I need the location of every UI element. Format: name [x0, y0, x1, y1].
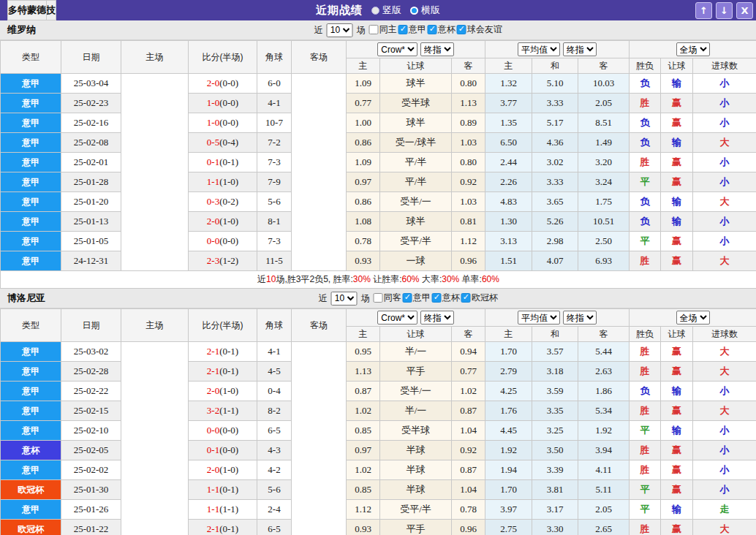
- odds-company-select[interactable]: Crow*: [377, 311, 417, 325]
- odds-stage-select[interactable]: 终指: [420, 42, 454, 56]
- avg-home: 3.97: [485, 500, 532, 520]
- radio-vertical-label: 竖版: [382, 4, 401, 17]
- halftime-score: (0-0): [219, 77, 238, 88]
- filter-controls: 近 10 场 同主意甲意杯球会友谊: [314, 20, 502, 39]
- table-row: 意甲25-02-08维罗纳0-5(0-4)7-2亚特兰大0.86受一/球半1.0…: [1, 133, 756, 153]
- title-group: 近期战绩 竖版 横版: [316, 4, 440, 18]
- filter-checkbox[interactable]: 同主: [369, 23, 397, 36]
- checkbox-icon: [461, 293, 471, 303]
- layout-radio-vertical[interactable]: 竖版: [371, 4, 401, 17]
- avg-source-select[interactable]: 平均值: [518, 42, 560, 56]
- result-handicap: 赢: [661, 94, 693, 113]
- filter-checkbox[interactable]: 意杯: [428, 23, 456, 36]
- halftime-score: (0-4): [219, 137, 238, 148]
- avg-draw: 4.36: [532, 133, 578, 153]
- filter-checkbox[interactable]: 欧冠杯: [461, 292, 498, 304]
- summary-text: 60%: [482, 274, 499, 284]
- filter-checkbox[interactable]: 球会友谊: [457, 23, 502, 36]
- match-count-select[interactable]: 10: [327, 23, 353, 37]
- fulltime-score: 1-1: [207, 504, 219, 515]
- result-goals: 大: [693, 342, 756, 362]
- titlebar: 近期战绩 竖版 横版 ↑ ↓ X: [0, 0, 756, 20]
- result-handicap: 赢: [661, 520, 693, 535]
- avg-source-select[interactable]: 平均值: [518, 311, 560, 325]
- away-team: 多特蒙德: [7, 0, 47, 20]
- filter-checkbox[interactable]: 意甲: [398, 23, 426, 36]
- scope-select[interactable]: 全场: [676, 42, 710, 56]
- league-type-badge: 意杯: [1, 441, 61, 460]
- odds-handicap: 半球: [380, 441, 452, 460]
- sub-header-away-odds: 客: [452, 58, 485, 74]
- filter-checkbox[interactable]: 意杯: [432, 292, 460, 304]
- summary-text: 10: [266, 274, 276, 284]
- move-up-button[interactable]: ↑: [695, 2, 712, 19]
- corner-count: 10-7: [257, 113, 292, 133]
- result-goals: 小: [693, 480, 756, 500]
- match-count-select[interactable]: 10: [331, 292, 358, 306]
- fulltime-score: 2-0: [207, 464, 219, 475]
- move-down-button[interactable]: ↓: [716, 2, 733, 19]
- odds-stage-select[interactable]: 终指: [420, 311, 454, 325]
- filter-checkbox[interactable]: 意甲: [403, 292, 431, 304]
- score-cell: 2-1(0-1): [189, 362, 257, 382]
- match-date: 24-12-31: [61, 251, 121, 271]
- result-outcome: 平: [630, 421, 661, 441]
- layout-radio-horizontal[interactable]: 横版: [410, 4, 440, 17]
- odds-away: 0.81: [452, 212, 485, 232]
- col-header-score: 比分(半场): [189, 309, 257, 342]
- halftime-score: (1-0): [219, 216, 238, 227]
- filter-checkbox-group: 同主意甲意杯球会友谊: [368, 23, 502, 37]
- odds-home: 1.09: [347, 153, 380, 172]
- avg-away: 2.50: [578, 232, 630, 251]
- odds-home: 0.78: [347, 232, 380, 251]
- league-type-badge: 欧冠杯: [1, 520, 61, 535]
- league-type-badge: 意甲: [1, 342, 61, 362]
- col-header-date: 日期: [61, 41, 121, 74]
- filter-checkbox-label: 意甲: [413, 292, 431, 304]
- league-type-badge: 意甲: [1, 172, 61, 192]
- odds-away: 0.94: [452, 342, 485, 362]
- halftime-score: (0-0): [219, 425, 238, 436]
- filter-checkbox[interactable]: 同客: [374, 292, 401, 304]
- avg-home: 6.50: [485, 133, 532, 153]
- odds-group-header: Crow* 终指: [347, 41, 485, 58]
- sub-header-goals: 进球数: [693, 58, 756, 74]
- result-handicap: 赢: [661, 232, 693, 251]
- odds-handicap: 平手: [380, 362, 452, 382]
- halftime-score: (0-1): [219, 523, 238, 534]
- corner-count: 7-3: [257, 232, 292, 251]
- avg-draw: 5.10: [532, 74, 578, 94]
- score-cell: 2-1(0-1): [189, 342, 257, 362]
- halftime-score: (0-0): [219, 97, 238, 108]
- result-outcome: 胜: [630, 460, 661, 480]
- match-date: 25-01-26: [61, 500, 121, 520]
- avg-draw: 3.81: [532, 480, 578, 500]
- odds-home: 0.77: [347, 94, 380, 113]
- match-date: 25-03-04: [61, 74, 121, 94]
- halftime-score: (0-1): [219, 365, 238, 376]
- result-outcome: 平: [630, 500, 661, 520]
- league-type-badge: 意甲: [1, 153, 61, 172]
- table-row: 意甲25-01-26恩波利1-1(1-1)2-4博洛尼亚1.12受平/半0.78…: [1, 500, 756, 520]
- odds-away: 1.03: [452, 192, 485, 212]
- close-button[interactable]: X: [736, 2, 753, 19]
- odds-home: 1.13: [347, 362, 380, 382]
- halftime-score: (0-1): [219, 484, 238, 495]
- sub-header-avg-draw: 和: [532, 58, 578, 74]
- result-goals: 小: [693, 441, 756, 460]
- summary-text: 大率:: [420, 274, 442, 284]
- odds-handicap: 半球: [380, 480, 452, 500]
- odds-away: 0.92: [452, 172, 485, 192]
- score-cell: 2-3(1-2): [189, 251, 257, 271]
- scope-select[interactable]: 全场: [676, 311, 710, 325]
- filter-checkbox-label: 同主: [379, 23, 397, 36]
- avg-stage-select[interactable]: 终指: [563, 311, 597, 325]
- avg-stage-select[interactable]: 终指: [563, 42, 597, 56]
- league-type-badge: 意甲: [1, 212, 61, 232]
- table-row: 意杯25-02-05亚特兰大0-1(0-0)4-3博洛尼亚0.97半球0.921…: [1, 441, 756, 460]
- result-handicap: 赢: [661, 342, 693, 362]
- result-outcome: 平: [630, 232, 661, 251]
- table-row: 意甲25-02-23维罗纳1-0(0-0)4-1佛罗伦萨0.77受半球1.133…: [1, 94, 756, 113]
- odds-away: 1.04: [452, 480, 485, 500]
- odds-company-select[interactable]: Crow*: [377, 42, 417, 56]
